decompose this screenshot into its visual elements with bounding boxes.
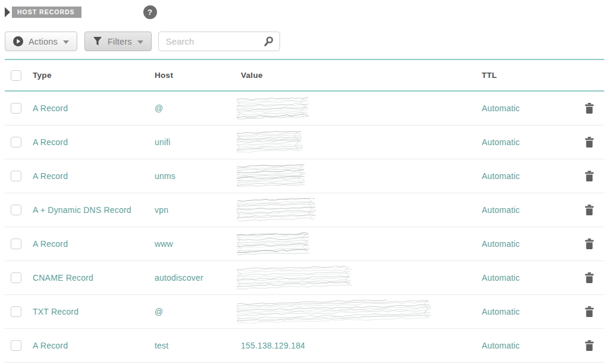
row-checkbox[interactable] xyxy=(11,239,21,249)
record-ttl[interactable]: Automatic xyxy=(478,137,564,147)
actions-label: Actions xyxy=(29,37,58,46)
table-row: A Record @ Automatic xyxy=(5,92,604,125)
record-host[interactable]: test xyxy=(150,341,237,350)
chevron-down-icon xyxy=(63,40,69,44)
record-value[interactable]: 155.138.129.184 xyxy=(237,341,478,350)
table-row: CNAME Record autodiscover Automatic xyxy=(5,261,604,295)
redacted-value-scribble xyxy=(237,164,306,188)
trash-icon xyxy=(585,306,594,318)
table-row: A Record www Automatic xyxy=(5,227,604,261)
trash-icon xyxy=(585,137,594,148)
redacted-value-scribble xyxy=(237,300,431,324)
chevron-down-icon xyxy=(137,40,143,44)
record-value[interactable] xyxy=(237,198,478,222)
row-checkbox[interactable] xyxy=(11,272,21,283)
delete-record-button[interactable] xyxy=(583,136,595,149)
page-header: HOST RECORDS ? xyxy=(5,5,604,20)
section-badge: HOST RECORDS xyxy=(5,7,81,18)
table-row: A Record unifi Automatic xyxy=(5,125,604,159)
record-ttl[interactable]: Automatic xyxy=(478,239,564,249)
filters-label: Filters xyxy=(108,37,132,46)
record-value[interactable] xyxy=(237,130,478,154)
play-icon xyxy=(13,36,23,46)
table-row: A Record unms Automatic xyxy=(5,159,604,193)
filters-dropdown-button[interactable]: Filters xyxy=(84,32,152,51)
record-host[interactable]: unms xyxy=(150,171,237,181)
record-host[interactable]: www xyxy=(150,239,237,249)
trash-icon xyxy=(585,340,594,352)
trash-icon xyxy=(585,272,594,284)
record-value[interactable] xyxy=(237,96,478,120)
host-records-table: Type Host Value TTL A Record @ Automatic… xyxy=(5,59,604,363)
delete-record-button[interactable] xyxy=(583,237,595,251)
trash-icon xyxy=(585,205,594,216)
column-header-host: Host xyxy=(150,71,237,80)
trash-icon xyxy=(585,103,594,114)
help-button[interactable]: ? xyxy=(143,5,157,19)
record-host[interactable]: vpn xyxy=(150,205,237,215)
record-type[interactable]: TXT Record xyxy=(29,307,150,316)
record-type[interactable]: A Record xyxy=(29,103,150,113)
record-type[interactable]: CNAME Record xyxy=(29,273,150,283)
record-ttl[interactable]: Automatic xyxy=(478,307,564,316)
record-value[interactable] xyxy=(237,300,478,324)
row-checkbox[interactable] xyxy=(11,205,21,215)
record-ttl[interactable]: Automatic xyxy=(478,171,564,181)
table-row: A + Dynamic DNS Record vpn Automatic xyxy=(5,193,604,227)
redacted-value-scribble xyxy=(237,130,303,154)
filter-funnel-icon xyxy=(93,37,102,46)
row-checkbox[interactable] xyxy=(11,306,21,317)
record-type[interactable]: A Record xyxy=(29,341,150,350)
host-records-page: HOST RECORDS ? Actions Filters xyxy=(0,0,609,363)
record-type[interactable]: A Record xyxy=(29,239,150,249)
redacted-value-scribble xyxy=(237,232,310,256)
table-row: A Record test 155.138.129.184 Automatic xyxy=(5,329,604,363)
record-type[interactable]: A Record xyxy=(29,137,150,147)
record-type[interactable]: A Record xyxy=(29,171,150,181)
search-box xyxy=(158,32,280,51)
column-header-value: Value xyxy=(237,71,478,80)
row-checkbox[interactable] xyxy=(11,137,21,148)
column-header-ttl: TTL xyxy=(478,71,564,80)
toolbar: Actions Filters xyxy=(5,32,604,51)
record-value[interactable] xyxy=(237,232,478,256)
record-host[interactable]: @ xyxy=(150,307,237,316)
record-type[interactable]: A + Dynamic DNS Record xyxy=(29,205,150,215)
delete-record-button[interactable] xyxy=(583,305,595,319)
row-checkbox[interactable] xyxy=(11,103,21,114)
record-ttl[interactable]: Automatic xyxy=(478,103,564,113)
record-value[interactable] xyxy=(237,164,478,188)
actions-dropdown-button[interactable]: Actions xyxy=(5,32,77,51)
record-ttl[interactable]: Automatic xyxy=(478,273,564,283)
table-row: TXT Record @ Automatic xyxy=(5,295,604,329)
record-value[interactable] xyxy=(237,266,478,290)
redacted-value-scribble xyxy=(237,266,352,290)
trash-icon xyxy=(585,239,594,250)
search-input[interactable] xyxy=(158,32,280,51)
record-host[interactable]: @ xyxy=(150,103,237,113)
record-ttl[interactable]: Automatic xyxy=(478,205,564,215)
ribbon-chevron-icon xyxy=(5,7,11,18)
column-header-type: Type xyxy=(29,71,150,80)
table-header-row: Type Host Value TTL xyxy=(5,60,604,92)
redacted-value-scribble xyxy=(237,198,316,222)
delete-record-button[interactable] xyxy=(583,102,595,115)
select-all-checkbox[interactable] xyxy=(11,70,21,81)
record-host[interactable]: unifi xyxy=(150,137,237,147)
row-checkbox[interactable] xyxy=(11,340,21,351)
delete-record-button[interactable] xyxy=(583,203,595,217)
delete-record-button[interactable] xyxy=(583,339,595,353)
delete-record-button[interactable] xyxy=(583,271,595,285)
delete-record-button[interactable] xyxy=(583,170,595,183)
row-checkbox[interactable] xyxy=(11,171,21,181)
trash-icon xyxy=(585,171,594,182)
redacted-value-scribble xyxy=(237,96,309,120)
section-title: HOST RECORDS xyxy=(12,7,81,18)
record-host[interactable]: autodiscover xyxy=(150,273,237,283)
table-body: A Record @ Automatic A Record unifi Auto… xyxy=(5,92,604,363)
record-ttl[interactable]: Automatic xyxy=(478,341,564,350)
search-icon[interactable] xyxy=(263,36,274,47)
